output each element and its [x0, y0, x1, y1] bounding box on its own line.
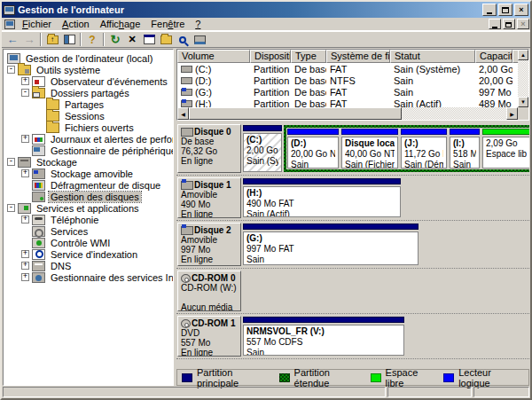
mdi-minimize-button[interactable]	[489, 19, 501, 29]
menu-fenetre[interactable]: Fenêtre	[145, 18, 190, 30]
column-header-disposition[interactable]: Disposition	[250, 50, 291, 63]
open-folder-icon	[160, 35, 172, 44]
menu-affichage[interactable]: Affichage	[95, 18, 146, 30]
refresh-button[interactable]: ↻	[107, 32, 123, 47]
services-apps-icon	[18, 203, 31, 214]
mdi-close-button[interactable]: ×	[517, 19, 529, 29]
volume-block-j[interactable]: (J:)11,72 Go NTFSain (Démarr	[401, 129, 447, 169]
open-button[interactable]	[158, 32, 174, 47]
mdi-minimize-icon	[492, 27, 497, 28]
tree-item-partages[interactable]: Partages	[4, 98, 173, 110]
disk-1-label[interactable]: Disque 1 Amovible 490 Mo En ligne	[177, 177, 241, 218]
volume-row-g[interactable]: (G:) Partition De base FAT Sain 997 Mo	[177, 86, 518, 98]
disk-0-label[interactable]: Disque 0 De base 76,32 Go En ligne	[177, 124, 241, 173]
show-console-tree-button[interactable]	[61, 32, 77, 47]
disk-row-1: Disque 1 Amovible 490 Mo En ligne (H:)49…	[176, 176, 529, 221]
collapse-icon[interactable]: -	[7, 66, 15, 74]
expand-icon[interactable]: +	[21, 77, 29, 85]
mdi-restore-button[interactable]	[503, 19, 515, 29]
tree-item-services[interactable]: Services	[4, 225, 173, 237]
delete-icon: ✕	[128, 34, 136, 45]
tree-item-gestion-des-disques[interactable]: Gestion des disques	[4, 191, 173, 202]
column-header-capacite[interactable]: Capacité	[475, 50, 512, 63]
cdrom-0-label[interactable]: CD-ROM 0 CD-ROM (W:) Aucun média	[177, 271, 241, 311]
tree-item-fichiers-ouverts[interactable]: Fichiers ouverts	[4, 122, 173, 133]
column-header-fs[interactable]: Système de fichiers	[326, 50, 390, 63]
primary-partition-bar	[243, 178, 401, 184]
expand-icon[interactable]: +	[21, 262, 29, 270]
tree-item-journaux[interactable]: +Journaux et alertes de performance	[4, 133, 173, 145]
minimize-button[interactable]	[482, 4, 497, 16]
tree-item-stockage-amovible[interactable]: +Stockage amovible	[4, 168, 173, 179]
expand-icon[interactable]: +	[21, 169, 29, 177]
help-button[interactable]: ?	[84, 32, 100, 47]
removable-disk-icon	[181, 226, 193, 235]
shared-folder-icon	[32, 88, 45, 98]
volume-row-h[interactable]: (H:) Partition De base FAT Sain (Actif) …	[177, 98, 518, 107]
volume-block-i[interactable]: (I:)518 MoSain	[450, 129, 480, 169]
expand-icon[interactable]: +	[21, 250, 29, 258]
expand-icon[interactable]: +	[21, 135, 29, 143]
tree-item-telephonie[interactable]: +Téléphonie	[4, 214, 173, 225]
cdrom-row-0: CD-ROM 0 CD-ROM (W:) Aucun média	[176, 269, 529, 314]
manage-button[interactable]	[192, 32, 207, 47]
forward-button[interactable]: →	[21, 32, 37, 47]
mdi-restore-icon	[505, 22, 512, 27]
maximize-button[interactable]	[498, 4, 512, 16]
free-space-block[interactable]: 2,09 GoEspace lib	[482, 129, 529, 169]
scrollbar-thumb[interactable]	[189, 107, 402, 120]
tree-item-sessions[interactable]: Sessions	[4, 110, 173, 122]
volume-row-d[interactable]: (D:) Partition De base NTFS Sain 20,00 G…	[177, 75, 518, 86]
tree-item-dossiers-partages[interactable]: -Dossiers partagés	[4, 87, 173, 98]
delete-button[interactable]: ✕	[124, 32, 140, 47]
dns-icon	[32, 261, 45, 271]
volume-block-c[interactable]: (C:)2,00 Go FSain (Syst	[243, 125, 282, 172]
vertical-scrollbar[interactable]: ▲ ▼	[518, 50, 528, 107]
volume-row-c[interactable]: (C:) Partition De base FAT Sain (Système…	[177, 63, 518, 75]
close-button[interactable]: ×	[514, 4, 528, 16]
volume-block-disque-local[interactable]: Disque local40,00 Go NTFSSain (Fichier d…	[341, 129, 398, 169]
back-button[interactable]: ←	[4, 32, 20, 47]
expand-icon[interactable]: +	[21, 273, 29, 281]
expander-slot	[35, 123, 43, 131]
volume-block-d[interactable]: (D:)20,00 Go NTFSain	[287, 129, 339, 169]
tree-item-observateur[interactable]: +Observateur d'événements	[4, 75, 173, 87]
collapse-icon[interactable]: -	[7, 158, 15, 166]
volume-block-h[interactable]: (H:)490 Mo FATSain (Actif)	[243, 178, 401, 217]
tree-item-iis[interactable]: +Gestionnaire des services Internet (IIS…	[4, 271, 173, 283]
scroll-up-icon[interactable]: ▲	[518, 50, 528, 60]
scroll-right-icon[interactable]: ▶	[506, 107, 518, 120]
menu-fichier[interactable]: Fichier	[17, 18, 57, 30]
volume-block-g[interactable]: (G:)997 Mo FATSain	[243, 224, 419, 265]
column-header-type[interactable]: Type	[291, 50, 326, 63]
tree-item-root[interactable]: Gestion de l'ordinateur (local)	[4, 52, 173, 64]
tree-item-controle-wmi[interactable]: Contrôle WMI	[4, 237, 173, 248]
tree-item-outils-systeme[interactable]: -Outils système	[4, 64, 173, 75]
tree-item-services-applications[interactable]: -Services et applications	[4, 202, 173, 214]
folder-icon	[46, 122, 59, 133]
up-one-level-button[interactable]: ↑	[44, 32, 60, 47]
tree-item-defragmenteur[interactable]: Défragmenteur de disque	[4, 179, 173, 191]
scroll-left-icon[interactable]: ◀	[177, 107, 189, 120]
collapse-icon[interactable]: -	[7, 204, 15, 212]
removable-drive-icon	[181, 89, 192, 96]
cdrom-1-label[interactable]: CD-ROM 1 DVD 557 Mo En ligne	[177, 316, 241, 357]
performance-icon	[32, 134, 45, 145]
collapse-icon[interactable]: -	[21, 89, 29, 97]
menu-help[interactable]: ?	[190, 18, 206, 30]
menu-action[interactable]: Action	[57, 18, 95, 30]
properties-button[interactable]	[141, 32, 157, 47]
horizontal-scrollbar[interactable]: ◀ ▶	[177, 107, 518, 120]
search-icon	[179, 36, 186, 43]
column-header-volume[interactable]: Volume	[177, 50, 250, 63]
disk-2-label[interactable]: Disque 2 Amovible 997 Mo En ligne	[177, 223, 241, 266]
expand-icon[interactable]: +	[21, 216, 29, 224]
scroll-down-icon[interactable]: ▼	[518, 97, 528, 107]
search-button[interactable]	[175, 32, 191, 47]
tree-item-dns[interactable]: +DNS	[4, 260, 173, 271]
tree-item-service-indexation[interactable]: +Service d'indexation	[4, 248, 173, 260]
tree-item-gestionnaire-peripheriques[interactable]: Gestionnaire de périphériques	[4, 145, 173, 156]
column-header-statut[interactable]: Statut	[390, 50, 475, 63]
volume-block-v[interactable]: NRMSVOL_FR (V:)557 Mo CDFSSain	[243, 317, 404, 356]
tree-item-stockage[interactable]: -Stockage	[4, 156, 173, 168]
